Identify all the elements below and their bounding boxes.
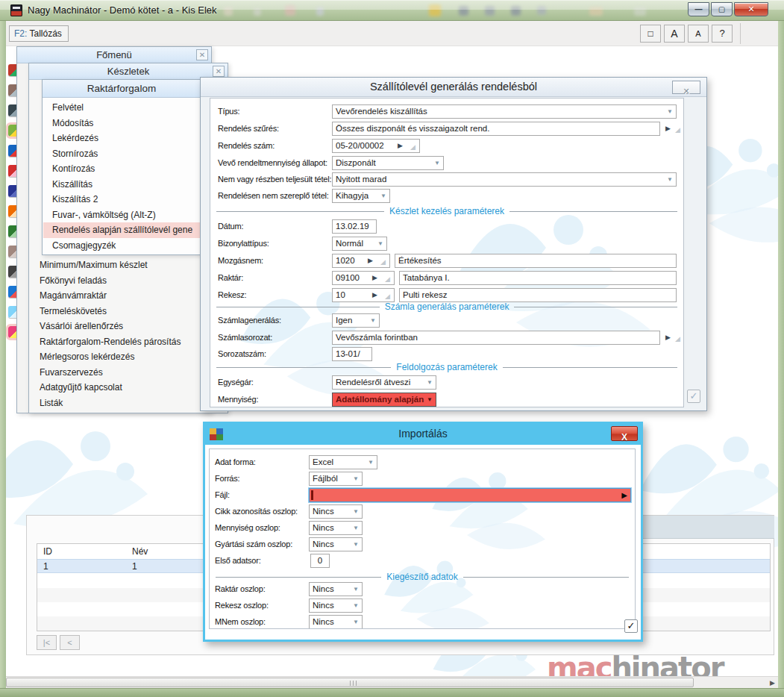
menu-item[interactable]: Mérlegsoros lekérdezés — [31, 349, 226, 365]
field-label: Cikk azonosítás oszlop: — [215, 504, 298, 519]
adat-forma-select[interactable]: Excel▼ — [309, 455, 377, 469]
fomenu-title: Főmenü — [96, 49, 132, 60]
field-label: Első adatsor: — [215, 554, 261, 568]
szamlasorozat-field[interactable]: Vevőszámla forintban — [332, 331, 660, 345]
keszletek-menu: Minimum/Maximum készletFőkönyvi feladásM… — [31, 257, 226, 410]
raktarforgalom-title: Raktárforgalom — [87, 83, 156, 94]
maximize-button[interactable]: ▢ — [711, 2, 733, 16]
keszletek-close-button[interactable]: ✕ — [213, 66, 225, 77]
nav-prev-button[interactable]: < — [60, 635, 80, 650]
font-large-button[interactable]: A — [664, 25, 685, 43]
menu-item[interactable]: Kiszálítás 2 — [43, 192, 201, 207]
horizontal-scrollbar[interactable]: ▶ — [6, 676, 778, 688]
menu-item[interactable]: Kontírozás — [43, 161, 201, 177]
szamlageneralas-select[interactable]: Igen▼ — [332, 313, 380, 328]
import-dialog-titlebar[interactable]: Importálás X — [205, 424, 641, 445]
datum-input[interactable]: 13.02.19 — [332, 219, 377, 234]
raktar-code-field[interactable]: 09100▶◢ — [332, 271, 395, 285]
rendeles-szam-field[interactable]: 05-20/00002▶◢ — [332, 139, 420, 153]
menu-item[interactable]: Minimum/Maximum készlet — [31, 257, 226, 273]
keszletek-titlebar[interactable]: Készletek ✕ — [29, 63, 228, 80]
help-button[interactable]: ? — [712, 25, 733, 43]
shipping-dialog-close-button[interactable]: ✕ — [672, 81, 700, 94]
nem-szereplo-select[interactable]: Kihagyja▼ — [332, 189, 390, 203]
rekesz-oszlop-select[interactable]: Nincs▼ — [309, 598, 363, 613]
menu-item[interactable]: Listák — [31, 396, 226, 411]
cikk-oszlop-select[interactable]: Nincs▼ — [309, 504, 363, 519]
column-header-id[interactable]: ID — [43, 544, 52, 559]
toolbar — [6, 21, 778, 46]
elso-adatsor-input[interactable]: 0 — [310, 554, 330, 568]
menu-item[interactable]: Adatgyűjtő kapcsolat — [31, 380, 226, 396]
menu-item[interactable]: Felvétel — [43, 100, 201, 116]
minimize-button[interactable]: — — [688, 2, 709, 16]
forward-icon[interactable]: ▶ — [665, 331, 671, 345]
field-label: MNem oszlop: — [215, 615, 266, 629]
menu-item[interactable]: Magánvámraktár — [31, 288, 226, 304]
tipus-select[interactable]: Vevőrendelés kiszállítás▼ — [332, 104, 677, 119]
forras-select[interactable]: Fájlból▼ — [309, 472, 363, 486]
menu-item[interactable]: Lekérdezés — [43, 131, 201, 146]
menu-item[interactable]: Főkönyvi feladás — [31, 273, 226, 289]
corner-icon[interactable]: ◢ — [675, 123, 680, 137]
shipping-confirm-button[interactable]: ✓ — [687, 390, 700, 403]
raktarforgalom-menu: FelvételMódosításLekérdezésStornírozásKo… — [43, 100, 201, 253]
nem-teljesult-select[interactable]: Nyitott marad▼ — [332, 172, 677, 187]
menu-item[interactable]: Termeléskövetés — [31, 304, 226, 319]
egysegar-select[interactable]: Rendelésről átveszi▼ — [332, 375, 436, 390]
menu-item[interactable]: Fuvarszervezés — [31, 365, 226, 381]
mennyiseg-oszlop-select[interactable]: Nincs▼ — [309, 521, 363, 535]
import-form-panel: Adat forma: Excel▼ Forrás: Fájlból▼ Fájl… — [209, 448, 636, 629]
raktarforgalom-titlebar[interactable]: Raktárforgalom — [43, 80, 201, 98]
menu-item[interactable]: Módosítás — [43, 116, 201, 131]
mozgasnem-code-field[interactable]: 1020▶◢ — [332, 254, 390, 268]
field-label: Forrás: — [215, 472, 239, 486]
mnem-oszlop-select[interactable]: Nincs▼ — [309, 615, 363, 629]
chevron-down-icon: ▼ — [368, 456, 374, 469]
import-confirm-button[interactable]: ✓ — [624, 619, 638, 633]
sorozatszam-input[interactable]: 13-01/ — [332, 347, 372, 361]
shipping-dialog-titlebar[interactable]: Szállítólevél generálás rendelésból ✕ — [201, 78, 706, 97]
fomenu-titlebar[interactable]: Főmenü ✕ — [17, 47, 211, 63]
font-small-button[interactable]: A — [688, 25, 709, 43]
chevron-down-icon: ▼ — [427, 376, 433, 389]
fajl-input[interactable]: ▶ — [309, 488, 631, 502]
menu-item[interactable]: Rendelés alapján szállítólevél gene — [43, 222, 201, 238]
gyartasi-oszlop-select[interactable]: Nincs▼ — [309, 537, 363, 551]
import-close-button[interactable]: X — [611, 426, 638, 441]
menu-item[interactable]: Fuvar-, vámköltség (Alt-Z) — [43, 207, 201, 223]
chevron-down-icon: ▼ — [353, 472, 359, 485]
forward-icon: ▶ — [372, 272, 377, 284]
menu-item[interactable]: Vásárlói árellenőrzés — [31, 319, 226, 334]
menu-item[interactable]: Csomagjegyzék — [43, 238, 201, 254]
field-label: Számlagenerálás: — [218, 313, 281, 328]
browse-f2-button[interactable]: F2: Tallózás — [9, 25, 69, 42]
section-header: Feldolgozás paraméterek — [216, 361, 677, 373]
close-icon: ✕ — [683, 87, 689, 96]
scrollbar-thumb[interactable] — [6, 678, 694, 687]
close-icon: X — [621, 432, 627, 443]
window-size-button[interactable]: □ — [640, 25, 661, 43]
nav-first-button[interactable]: |< — [37, 635, 57, 650]
mozgasnem-name-field[interactable]: Értékesítés — [395, 254, 677, 268]
forward-icon[interactable]: ▶ — [665, 122, 671, 136]
menu-item[interactable]: Stornírozás — [43, 146, 201, 162]
field-label: Számlasorozat: — [218, 331, 272, 345]
column-header-nev[interactable]: Név — [132, 544, 148, 559]
forward-icon: ▶ — [372, 289, 377, 301]
chevron-down-icon: ▼ — [353, 583, 359, 596]
rendeles-szures-field[interactable]: Összes diszponált és visszaigazolt rend. — [332, 122, 660, 136]
fomenu-close-button[interactable]: ✕ — [196, 49, 208, 60]
boxes-icon — [210, 427, 225, 442]
mennyiseg-select[interactable]: Adatállomány alapján▼ — [332, 393, 436, 407]
vevo-allapot-select[interactable]: Diszponált▼ — [332, 156, 444, 170]
menu-item[interactable]: Raktárforgalom-Rendelés párosítás — [31, 334, 226, 350]
corner-icon[interactable]: ◢ — [675, 332, 680, 346]
bizonylattipus-select[interactable]: Normál▼ — [332, 237, 387, 251]
scroll-right-icon[interactable]: ▶ — [770, 678, 775, 687]
raktar-name-field[interactable]: Tatabánya I. — [399, 271, 677, 285]
menu-item[interactable]: Kiszállítás — [43, 177, 201, 193]
raktar-oszlop-select[interactable]: Nincs▼ — [309, 582, 363, 596]
forward-icon: ▶ — [398, 140, 403, 152]
close-button[interactable]: ✕ — [734, 2, 768, 16]
